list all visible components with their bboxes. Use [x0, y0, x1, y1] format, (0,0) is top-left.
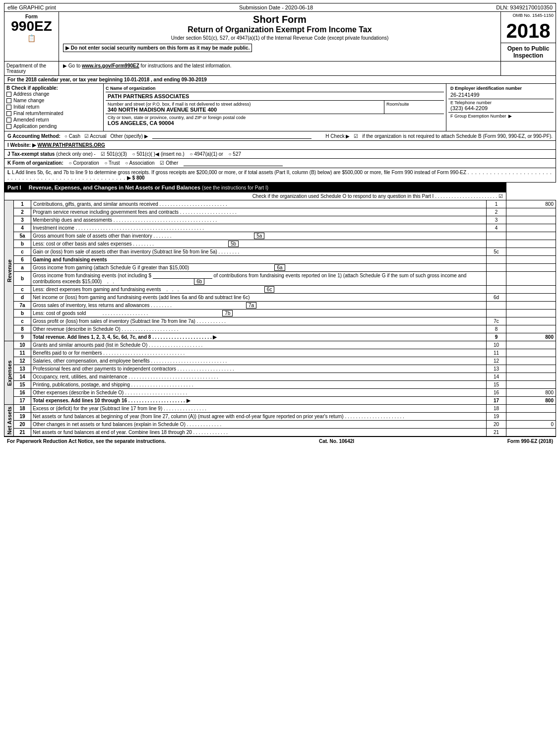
- line-6c: 6c: [264, 286, 275, 293]
- website-url: WWW.PATHPARTNERS.ORG: [38, 142, 105, 148]
- l-label: L: [7, 170, 10, 175]
- table-row: d Net income or (loss) from gaming and f…: [4, 294, 556, 302]
- row-7b-line: [487, 310, 506, 317]
- top-bar: efile GRAPHIC print Submission Date - 20…: [4, 3, 556, 12]
- row-16-desc: Other expenses (describe in Schedule O) …: [31, 389, 487, 397]
- row-6a-line: [487, 264, 506, 272]
- row-17-amount: 800: [506, 397, 556, 405]
- j-4947: ○ 4947(a)(1) or: [190, 151, 223, 157]
- table-row: 16 Other expenses (describe in Schedule …: [4, 389, 556, 397]
- city-label: City or town, state or province, country…: [108, 115, 442, 120]
- row-10-line: 10: [487, 341, 506, 349]
- group-exemption: F Group Exemption Number ▶: [448, 113, 554, 120]
- row-4-line: 4: [487, 224, 506, 232]
- row-20-line: 20: [487, 421, 506, 429]
- row-19-desc: Net assets or fund balances at beginning…: [31, 413, 487, 421]
- row-14-desc: Occupancy, rent, utilities, and maintena…: [31, 373, 487, 381]
- row-13-num: 13: [14, 365, 31, 373]
- table-row: Expenses 10 Grants and similar amounts p…: [4, 341, 556, 349]
- j-501c3: ☑ 501(c)(3): [101, 151, 126, 157]
- net-assets-label: Net Assets: [4, 405, 14, 436]
- row-12-line: 12: [487, 357, 506, 365]
- city-row: City or town, state or province, country…: [106, 114, 444, 127]
- row-15-num: 15: [14, 381, 31, 389]
- table-row: 11 Benefits paid to or for members . . .…: [4, 349, 556, 357]
- row-6a-amount: [506, 264, 556, 272]
- row-19-amount: [506, 413, 556, 421]
- application-check-row: Application pending: [6, 123, 101, 129]
- accounting-row: G Accounting Method: ○ Cash ☑ Accrual Ot…: [4, 131, 556, 141]
- application-checkbox[interactable]: [6, 124, 11, 129]
- application-label: Application pending: [13, 124, 57, 129]
- row-18-line: 18: [487, 405, 506, 413]
- h-check: ☑: [354, 133, 358, 139]
- part1-subtitle: (see the instructions for Part I): [202, 185, 268, 190]
- j-527: ○ 527: [229, 151, 242, 157]
- table-row: 2 Program service revenue including gove…: [4, 208, 556, 216]
- row-20-num: 20: [14, 421, 31, 429]
- e-label: E Telephone number: [450, 100, 552, 105]
- org-info: C Name of organization PATH PARTNERS ASS…: [104, 84, 446, 131]
- row-7b-num: b: [14, 310, 31, 317]
- row-6a-num: a: [14, 264, 31, 272]
- table-row: 8 Other revenue (describe in Schedule O)…: [4, 325, 556, 333]
- row-6b-line: [487, 272, 506, 286]
- initial-check-row: Initial return: [6, 104, 101, 110]
- row-5c-line: 5c: [487, 248, 506, 256]
- footer-form-ref: Form 990-EZ (2018): [507, 438, 553, 444]
- row-5a-line: [487, 232, 506, 240]
- i-label: I Website: ▶: [7, 142, 36, 148]
- part1-label: Part I: [7, 185, 21, 190]
- table-row: b Gross income from fundraising events (…: [4, 272, 556, 286]
- calendar-ending: , and ending 09-30-2019: [151, 77, 207, 82]
- go-to-text: ▶ Go to: [63, 63, 80, 68]
- title-main: Short Form Return of Organization Exempt…: [59, 12, 501, 61]
- k-association: ○ Association: [125, 160, 154, 166]
- do-not-enter: ▶ Do not enter social security numbers o…: [63, 44, 252, 52]
- submission-label: Submission Date - 2020-06-18: [239, 4, 313, 10]
- initial-checkbox[interactable]: [6, 105, 11, 110]
- table-row: 13 Professional fees and other payments …: [4, 365, 556, 373]
- k-other: ☑ Other: [160, 160, 178, 166]
- row-5a-amount: [506, 232, 556, 240]
- l-arrow: ▶ $ 800: [127, 175, 145, 181]
- part1-header: Part I Revenue, Expenses, and Changes in…: [4, 183, 506, 192]
- j-label: J Tax-exempt status: [7, 151, 55, 157]
- form-org-row: K Form of organization: ○ Corporation ○ …: [4, 159, 556, 168]
- expenses-label: Expenses: [4, 341, 14, 405]
- row-3-desc: Membership dues and assessments . . . . …: [31, 216, 487, 224]
- table-row: c Gain or (loss) from sale of assets oth…: [4, 248, 556, 256]
- row-15-desc: Printing, publications, postage, and shi…: [31, 381, 487, 389]
- row-8-line: 8: [487, 325, 506, 333]
- row-11-num: 11: [14, 349, 31, 357]
- line-7a: 7a: [246, 302, 256, 309]
- row-6b-desc: Gross income from fundraising events (no…: [31, 272, 487, 286]
- row-13-amount: [506, 365, 556, 373]
- table-row: 19 Net assets or fund balances at beginn…: [4, 413, 556, 421]
- name-checkbox[interactable]: [6, 98, 11, 103]
- row-6c-amount: [506, 286, 556, 294]
- go-to-rest: for instructions and the latest informat…: [141, 63, 232, 68]
- row-17-num: 17: [14, 397, 31, 405]
- row-4-amount: [506, 224, 556, 232]
- address-checkbox[interactable]: [6, 92, 11, 97]
- row-16-line: 16: [487, 389, 506, 397]
- amended-checkbox[interactable]: [6, 118, 11, 123]
- table-row: a Gross income from gaming (attach Sched…: [4, 264, 556, 272]
- check-left: B Check if applicable: Address change Na…: [4, 84, 104, 131]
- row-6b-amount: [506, 272, 556, 286]
- line-6b: 6b: [194, 278, 204, 285]
- final-label: Final return/terminated: [13, 111, 63, 116]
- row-6-line: [487, 256, 506, 264]
- row-9-amount: 800: [506, 333, 556, 341]
- row-2-desc: Program service revenue including govern…: [31, 208, 487, 216]
- line-5b: 5b: [228, 241, 239, 247]
- address-value: 340 NORTH MADISON AVENUE SUITE 400: [108, 107, 382, 113]
- ein-box: D Employer identification number 26-2141…: [446, 84, 556, 131]
- row-11-amount: [506, 349, 556, 357]
- row-6c-num: c: [14, 286, 31, 294]
- final-checkbox[interactable]: [6, 111, 11, 116]
- website-row: I Website: ▶ WWW.PATHPARTNERS.ORG: [4, 141, 556, 150]
- initial-label: Initial return: [13, 104, 39, 110]
- j-check-only: (check only one) -: [56, 151, 95, 157]
